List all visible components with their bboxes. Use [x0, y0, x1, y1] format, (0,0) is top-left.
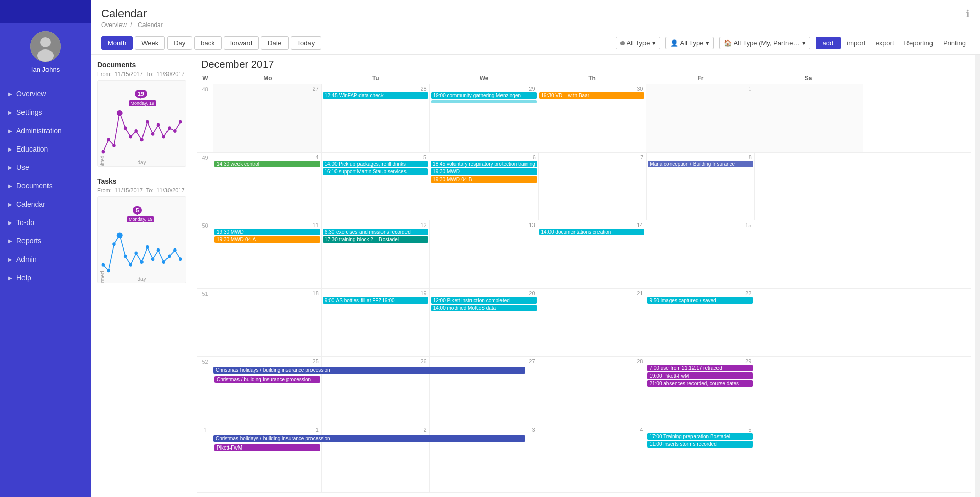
cal-day-sat-w50[interactable] — [754, 220, 863, 288]
cal-event[interactable]: 16:10 support Martin Staub services — [323, 168, 428, 175]
cal-day-tue-w48[interactable]: 28 12:45 WinFAP data check — [322, 84, 430, 152]
cal-day-mon-w52[interactable]: 25 Christmas holidays / building insuran… — [213, 357, 322, 425]
cal-day-mon-w48[interactable]: 27 — [213, 84, 322, 152]
cal-event[interactable]: 12:45 WinFAP data check — [323, 92, 428, 99]
date-button[interactable]: Date — [261, 36, 288, 50]
cal-event[interactable]: 19:30 MWD-04-B — [431, 176, 537, 183]
svg-point-14 — [162, 135, 165, 139]
export-button[interactable]: export — [871, 37, 898, 49]
cal-day-thu-w50[interactable]: 14 14:00 documentations creation — [538, 220, 647, 288]
cal-day-sat-w52[interactable] — [754, 357, 863, 425]
svg-point-15 — [168, 126, 171, 130]
cal-event[interactable]: 9:50 images captured / saved — [647, 297, 753, 304]
cal-day-mon-w50[interactable]: 11 19:30 MWD 19:30 MWD-04-A — [213, 220, 322, 288]
cal-event[interactable]: 19:30 MWD — [214, 229, 320, 235]
cal-event[interactable]: 18:45 voluntary respiratory protection t… — [431, 161, 537, 167]
cal-event[interactable]: 19:30 MWD-04-A — [214, 236, 320, 243]
tuesday-header: Tu — [322, 72, 430, 84]
cal-day-thu-w52[interactable]: 28 — [538, 357, 647, 425]
cal-day-sat-w48[interactable] — [754, 84, 863, 152]
svg-point-2 — [37, 49, 54, 62]
saturday-header: Sa — [754, 72, 863, 84]
scrollbar[interactable] — [975, 55, 980, 497]
cal-day-fri-w48[interactable]: 1 — [646, 84, 754, 152]
sidebar-item-help[interactable]: ▶ Help — [0, 268, 91, 287]
sidebar-item-use[interactable]: ▶ Use — [0, 158, 91, 177]
cal-event-spanning[interactable]: Christmas holidays / building insurance … — [213, 435, 525, 442]
cal-event[interactable]: 19:00 Pikett-FwM — [647, 372, 753, 379]
cal-day-wed-w48[interactable]: 29 19:00 community gathering Menzingen — [430, 84, 538, 152]
cal-day-thu-w51[interactable]: 21 — [538, 289, 647, 357]
cal-event[interactable]: 17:30 training block 2 – Bostadel — [323, 236, 428, 243]
cal-day-tue-w50[interactable]: 12 6:30 exercises and missions recorded … — [322, 220, 430, 288]
sidebar-item-documents[interactable]: ▶ Documents — [0, 177, 91, 195]
cal-day-mon-w51[interactable]: 18 — [213, 289, 322, 357]
cal-event[interactable]: Christmas / building insurance processio… — [214, 376, 320, 383]
sidebar-item-overview[interactable]: ▶ Overview — [0, 85, 91, 103]
cal-event[interactable]: 11:00 inserts storms recorded — [647, 441, 753, 448]
cal-day-sat-w51[interactable] — [754, 289, 863, 357]
reporting-button[interactable]: Reporting — [900, 37, 937, 49]
week-row-49: 49 4 14:30 week control 5 14:00 Pick up … — [197, 153, 971, 221]
cal-day-fri-w49[interactable]: 8 Maria conception / Building Insurance — [647, 153, 755, 220]
cal-event[interactable] — [431, 100, 537, 103]
svg-point-16 — [173, 129, 176, 133]
cal-day-wed-w49[interactable]: 6 18:45 voluntary respiratory protection… — [429, 153, 539, 220]
cal-day-fri-w50[interactable]: 15 — [646, 220, 754, 288]
breadcrumb-overview[interactable]: Overview — [101, 21, 127, 29]
svg-point-19 — [107, 269, 110, 272]
week-button[interactable]: Week — [135, 36, 165, 50]
cal-day-thu-w1[interactable]: 4 — [538, 425, 647, 493]
cal-day-sat-w1[interactable] — [754, 425, 863, 493]
cal-event[interactable]: 9:00 AS bottles fill at FFZ19:00 — [323, 297, 428, 304]
tasks-chart-title: Tasks — [97, 177, 186, 185]
today-button[interactable]: Today — [291, 36, 322, 50]
forward-button[interactable]: forward — [224, 36, 259, 50]
tasks-tooltip-sub: Monday, 19 — [127, 216, 154, 222]
cal-event[interactable]: 12:00 Pikett instruction completed — [431, 297, 537, 304]
cal-day-wed-w50[interactable]: 13 — [430, 220, 538, 288]
info-icon[interactable]: ℹ — [966, 8, 970, 20]
cal-day-fri-w1[interactable]: 5 17:00 Training preparation Bostadel 11… — [646, 425, 754, 493]
cal-event[interactable]: Pikett-FwM — [214, 444, 320, 451]
cal-event[interactable]: 17:00 Training preparation Bostadel — [647, 433, 753, 440]
cal-event[interactable]: 14:00 modified MoKoS data — [431, 305, 537, 311]
cal-event[interactable]: 19:00 community gathering Menzingen — [431, 92, 537, 99]
cal-event-spanning[interactable]: Christmas holidays / building insurance … — [213, 367, 525, 374]
cal-day-fri-w51[interactable]: 22 9:50 images captured / saved — [646, 289, 754, 357]
sidebar-item-administration[interactable]: ▶ Administration — [0, 121, 91, 140]
cal-day-fri-w52[interactable]: 29 7:00 use from 21.12.17 retraced 19:00… — [646, 357, 754, 425]
cal-event[interactable]: 14:00 Pick up packages, refill drinks — [323, 161, 428, 167]
cal-event[interactable]: Maria conception / Building Insurance — [648, 161, 753, 167]
cal-day-sat-w49[interactable] — [755, 153, 863, 220]
cal-event[interactable]: 21:00 absences recorded, course dates — [647, 380, 753, 387]
cal-event[interactable]: 14:00 documentations creation — [539, 229, 645, 235]
back-button[interactable]: back — [194, 36, 221, 50]
sidebar-item-education[interactable]: ▶ Education — [0, 140, 91, 158]
cal-day-thu-w48[interactable]: 30 19:30 VD – with Baar — [538, 84, 647, 152]
sidebar-item-settings[interactable]: ▶ Settings — [0, 103, 91, 121]
cal-event[interactable]: 7:00 use from 21.12.17 retraced — [647, 365, 753, 371]
cal-event[interactable]: 14:30 week control — [214, 161, 320, 167]
cal-day-mon-w1[interactable]: 1 Christmas holidays / building insuranc… — [213, 425, 322, 493]
sidebar-item-calendar[interactable]: ▶ Calendar — [0, 195, 91, 213]
cal-day-tue-w51[interactable]: 19 9:00 AS bottles fill at FFZ19:00 — [322, 289, 430, 357]
day-button[interactable]: Day — [167, 36, 192, 50]
cal-event[interactable]: 6:30 exercises and missions recorded — [323, 229, 428, 235]
month-button[interactable]: Month — [101, 36, 133, 50]
cal-event[interactable]: 19:30 VD – with Baar — [539, 92, 645, 99]
filter-type-3[interactable]: 🏠 All Type (My, Partners, Auto... ▾ — [719, 37, 810, 49]
cal-day-wed-w51[interactable]: 20 12:00 Pikett instruction completed 14… — [430, 289, 538, 357]
sidebar-item-admin[interactable]: ▶ Admin — [0, 250, 91, 268]
sidebar-item-todo[interactable]: ▶ To-do — [0, 213, 91, 232]
cal-day-mon-w49[interactable]: 4 14:30 week control — [213, 153, 322, 220]
filter-type-1[interactable]: All Type ▾ — [616, 37, 660, 49]
printing-button[interactable]: Printing — [939, 37, 970, 49]
cal-day-tue-w49[interactable]: 5 14:00 Pick up packages, refill drinks … — [322, 153, 430, 220]
cal-event[interactable]: 19:30 MWD — [431, 168, 537, 175]
cal-day-thu-w49[interactable]: 7 — [539, 153, 647, 220]
filter-type-2[interactable]: 👤 All Type ▾ — [665, 37, 714, 49]
add-button[interactable]: add — [816, 37, 841, 49]
import-button[interactable]: import — [843, 37, 869, 49]
sidebar-item-reports[interactable]: ▶ Reports — [0, 232, 91, 250]
